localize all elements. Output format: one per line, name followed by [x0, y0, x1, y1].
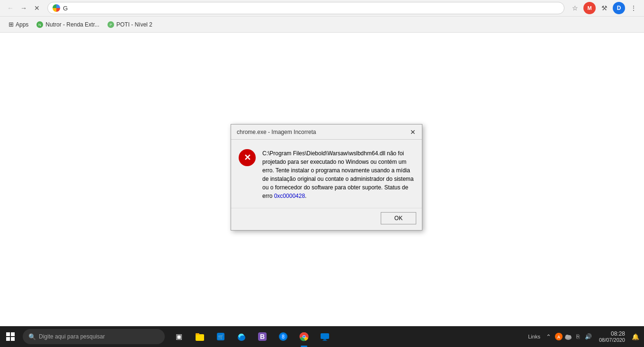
profile-m-icon[interactable]: M: [583, 2, 596, 14]
svg-rect-5: [196, 333, 199, 335]
search-icon: 🔍: [28, 333, 36, 340]
store-icon: 🛒: [215, 331, 226, 342]
avast-tray-icon[interactable]: A: [555, 332, 563, 341]
error-icon: ✕: [239, 149, 256, 166]
thunderbird-icon: 8: [278, 331, 288, 342]
bookmark-nutror[interactable]: N Nutror - Renda Extr...: [33, 19, 102, 30]
wifi-icon[interactable]: ⎘: [573, 332, 583, 341]
taskbar-search-placeholder: Digite aqui para pesquisar: [39, 333, 105, 340]
apps-grid-icon: ⊞: [9, 21, 14, 28]
svg-text:P: P: [109, 23, 112, 27]
bookmark-poti[interactable]: P POTI - Nível 2: [104, 19, 155, 30]
cloud-tray-icon[interactable]: [564, 332, 572, 341]
dialog-body: ✕ C:\Program Files\Diebold\Warsaw\wslbdh…: [231, 140, 422, 208]
apps-label: Apps: [16, 21, 28, 28]
svg-rect-4: [196, 334, 204, 341]
taskbar: 🔍 Digite aqui para pesquisar ▣ 🛒: [0, 326, 644, 347]
main-content: chrome.exe - Imagem Incorreta ✕ ✕ C:\Pro…: [0, 33, 644, 326]
star-button[interactable]: ☆: [568, 1, 581, 15]
time-display: 08:28: [611, 330, 625, 337]
dialog-close-button[interactable]: ✕: [408, 127, 418, 137]
taskbar-rdp-app[interactable]: [314, 326, 335, 347]
nutror-favicon: N: [36, 21, 44, 28]
taskbar-search[interactable]: 🔍 Digite aqui para pesquisar: [23, 329, 165, 344]
taskbar-edge-app[interactable]: [231, 326, 252, 347]
error-circle: ✕: [239, 149, 256, 166]
volume-icon[interactable]: 🔊: [584, 332, 593, 341]
poti-favicon: P: [107, 21, 115, 28]
windows-logo: [6, 332, 15, 341]
title-bar: ← → ✕ ☆ M ⚒ D ⋮: [0, 0, 644, 17]
taskview-icon: ▣: [176, 332, 182, 341]
svg-text:B: B: [260, 333, 265, 340]
time-date[interactable]: 08:28 08/07/2020: [595, 330, 629, 343]
chrome-icon: [299, 331, 309, 342]
toolbar-icons: ☆ M ⚒ D ⋮: [568, 1, 640, 15]
svg-point-16: [303, 336, 305, 338]
svg-text:A: A: [557, 335, 561, 339]
browser-frame: ← → ✕ ☆ M ⚒ D ⋮ ⊞ Apps N Nutr: [0, 0, 644, 347]
start-button[interactable]: [0, 326, 21, 347]
notification-button[interactable]: 🔔: [629, 326, 642, 347]
address-input[interactable]: [63, 5, 559, 12]
address-bar-container[interactable]: [47, 2, 564, 14]
svg-rect-18: [323, 339, 326, 340]
svg-point-24: [568, 335, 571, 338]
dialog-title-text: chrome.exe - Imagem Incorreta: [237, 129, 316, 135]
dialog-message: C:\Program Files\Diebold\Warsaw\wslbdhm6…: [262, 149, 414, 200]
date-display: 08/07/2020: [599, 337, 625, 343]
logo-square-2: [11, 332, 15, 336]
chevron-up-icon[interactable]: ⌃: [544, 332, 554, 341]
menu-button[interactable]: ⋮: [627, 1, 640, 15]
google-favicon: [53, 4, 60, 12]
svg-rect-17: [321, 333, 329, 339]
bookmarks-bar: ⊞ Apps N Nutror - Renda Extr... P POTI -…: [0, 17, 644, 33]
ok-button[interactable]: OK: [381, 212, 416, 224]
notification-icon: 🔔: [632, 333, 639, 340]
taskbar-bootstrap-app[interactable]: B: [252, 326, 273, 347]
taskbar-files-app[interactable]: [189, 326, 210, 347]
taskview-button[interactable]: ▣: [169, 326, 189, 347]
taskbar-store-app[interactable]: 🛒: [210, 326, 231, 347]
back-button[interactable]: ←: [4, 1, 17, 15]
logo-square-1: [6, 332, 10, 336]
links-label[interactable]: Links: [526, 334, 542, 339]
poti-label: POTI - Nível 2: [116, 21, 152, 28]
taskbar-thunderbird-app[interactable]: 8: [273, 326, 294, 347]
rdp-icon: [320, 331, 330, 342]
logo-square-3: [6, 337, 10, 341]
taskbar-apps: ▣ 🛒: [169, 326, 335, 347]
dialog-footer: OK: [231, 208, 422, 230]
svg-rect-19: [322, 340, 327, 341]
taskbar-right: Links ⌃ A ⎘ 🔊 08:28 08/07/2020: [526, 326, 644, 347]
error-code-link[interactable]: 0xc0000428: [274, 193, 305, 199]
taskbar-chrome-app[interactable]: [294, 326, 314, 347]
svg-text:N: N: [38, 23, 41, 27]
forward-button[interactable]: →: [17, 1, 30, 15]
error-dialog: chrome.exe - Imagem Incorreta ✕ ✕ C:\Pro…: [231, 124, 422, 231]
reload-button[interactable]: ✕: [30, 1, 44, 15]
svg-text:🛒: 🛒: [218, 334, 224, 340]
logo-square-4: [11, 337, 15, 341]
apps-bookmark[interactable]: ⊞ Apps: [6, 19, 31, 29]
bootstrap-icon: B: [257, 331, 268, 342]
error-x-symbol: ✕: [244, 153, 251, 162]
dialog-message-text: C:\Program Files\Diebold\Warsaw\wslbdhm6…: [262, 150, 414, 199]
svg-text:8: 8: [282, 334, 285, 339]
dialog-message-end: .: [305, 193, 306, 199]
profile-icon[interactable]: D: [613, 2, 625, 14]
edge-icon: [236, 331, 247, 342]
nutror-label: Nutror - Renda Extr...: [45, 21, 99, 28]
files-icon: [195, 331, 205, 342]
extensions-button[interactable]: ⚒: [598, 1, 611, 15]
dialog-titlebar: chrome.exe - Imagem Incorreta ✕: [231, 125, 422, 140]
tray-icons: ⌃ A ⎘ 🔊: [542, 326, 595, 347]
